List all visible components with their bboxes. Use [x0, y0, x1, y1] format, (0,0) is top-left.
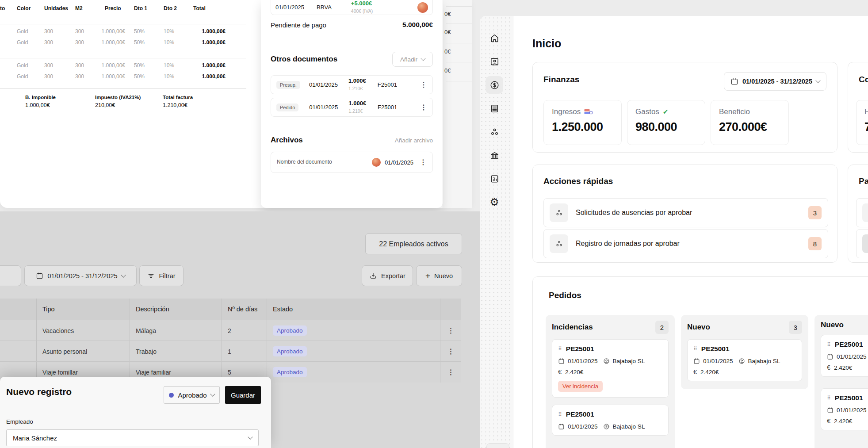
chevron-down-icon: [248, 434, 252, 439]
order-card[interactable]: ⠿ PE25001 01/01/2025 Bajabajo SL € 2.420…: [687, 339, 802, 381]
sidebar-bottom-button[interactable]: [486, 443, 509, 448]
export-button[interactable]: Exportar: [362, 265, 413, 286]
sidebar-item-contacts[interactable]: [486, 53, 503, 70]
peek-amount: 0€: [444, 29, 451, 35]
invoice-col-partial: to: [0, 5, 5, 11]
cell-dto1: 50%: [134, 28, 145, 34]
payment-drawer: 01/01/2025 BBVA +5.000€ 400€ (IVA) Pendi…: [261, 0, 443, 208]
partial-stat: H 7: [856, 100, 868, 145]
drag-handle-icon[interactable]: ⠿: [827, 341, 831, 348]
document-row[interactable]: Presup. 01/01/2025 1.000€ 1.210€ F25001 …: [271, 75, 433, 94]
count-badge: 8: [808, 237, 822, 250]
background-amount-list: 0€ 0€ 0€ 0€: [443, 0, 472, 208]
kebab-menu-icon[interactable]: ⋮: [420, 104, 427, 111]
contact-card-icon: [489, 57, 500, 67]
status-dot: [169, 393, 174, 398]
save-button[interactable]: Guardar: [225, 386, 261, 404]
calendar-icon: [36, 272, 43, 280]
calendar-icon: [558, 423, 565, 430]
kebab-menu-icon[interactable]: ⋮: [420, 159, 427, 166]
column-name: Nuevo: [687, 323, 710, 332]
order-card[interactable]: ⠿ PE25001 01/01/2025 € 2.420€: [821, 335, 868, 377]
quick-actions-title: Acciones rápidas: [543, 176, 613, 186]
cell-dias: 1: [222, 341, 267, 362]
incident-badge[interactable]: Ver incidencia: [558, 381, 603, 392]
divider: [446, 23, 472, 23]
file-name[interactable]: Nombre del documento: [277, 159, 332, 166]
doc-type-chip: Presup.: [276, 81, 300, 89]
drag-handle-icon[interactable]: ⠿: [558, 411, 562, 417]
status-badge: Aprobado: [273, 346, 307, 356]
dollar-circle-icon: [489, 80, 500, 90]
order-card[interactable]: ⠿ PE25001 01/01/2025 € 2.420€: [821, 388, 868, 430]
stat-label: Gastos: [635, 107, 659, 116]
cell-m2: 300: [75, 39, 84, 46]
sidebar-item-settings[interactable]: ⚙: [486, 193, 503, 211]
order-card[interactable]: ⠿ PE25001 01/01/2025 Bajabajo SL € 2.420…: [552, 339, 669, 398]
cut-button[interactable]: [0, 265, 21, 286]
file-row[interactable]: Nombre del documento 01/01/2025 ⋮: [271, 152, 433, 173]
order-id: PE25001: [835, 394, 863, 402]
cell-actions: ⋮: [440, 362, 461, 383]
avatar[interactable]: [417, 2, 428, 13]
new-button[interactable]: + Nuevo: [416, 265, 462, 286]
euro-icon: €: [693, 368, 697, 375]
cell-dto2: 10%: [164, 73, 174, 80]
kebab-menu-icon[interactable]: ⋮: [447, 369, 455, 376]
status-select[interactable]: Aprobado: [164, 386, 220, 404]
movement-date: 01/01/2025: [275, 4, 304, 11]
order-id: PE25001: [566, 345, 594, 353]
drag-handle-icon[interactable]: ⠿: [827, 395, 831, 401]
quick-action-label: Registro de jornadas por aprobar: [576, 240, 680, 248]
kanban-column-nuevo-1: Nuevo 3 ⠿ PE25001 01/01/2025 Bajabajo SL…: [681, 315, 808, 389]
finance-date-label: 01/01/2025 - 31/12/2025: [742, 78, 812, 85]
avatar: [372, 158, 381, 167]
divider: [0, 193, 246, 193]
order-date: 01/01/2025: [568, 358, 598, 364]
screen: to Color Unidades M2 Precio Dto 1 Dto 2 …: [0, 0, 868, 448]
quick-action-absences[interactable]: Solicitudes de ausencias por aprobar 3: [543, 198, 828, 227]
date-range-picker[interactable]: 01/01/2025 - 31/12/2025: [24, 265, 137, 286]
partial-card-title: Co: [859, 75, 868, 84]
cell-m2: 300: [75, 62, 84, 69]
gear-icon: ⚙: [489, 197, 499, 207]
sidebar-item-documents[interactable]: [486, 100, 503, 117]
divider: [271, 44, 433, 44]
peek-amount: 0€: [444, 48, 451, 55]
stat-label: Beneficio: [719, 107, 750, 116]
filter-label: Filtrar: [159, 272, 175, 280]
add-file-button[interactable]: Añadir archivo: [395, 137, 433, 144]
calendar-icon: [730, 77, 738, 85]
order-id: PE25001: [566, 410, 594, 418]
sidebar-item-bank[interactable]: [486, 146, 503, 164]
chevron-down-icon: [210, 391, 215, 396]
stat-value: 1.250.000: [552, 120, 613, 134]
sidebar-item-home[interactable]: [486, 29, 503, 47]
files-title: Archivos: [271, 136, 303, 145]
column-count: 3: [789, 321, 802, 334]
partial-row[interactable]: [856, 198, 868, 227]
kebab-menu-icon[interactable]: ⋮: [420, 81, 427, 88]
kebab-menu-icon[interactable]: ⋮: [447, 327, 455, 334]
sidebar-item-finance[interactable]: [486, 76, 503, 94]
document-row[interactable]: Pedido 01/01/2025 1.000€ 1.210€ F25001 ⋮: [271, 98, 433, 117]
calendar-icon: [827, 407, 834, 414]
partial-row[interactable]: [856, 229, 868, 258]
sidebar-item-workflow[interactable]: [486, 123, 503, 141]
finance-date-picker[interactable]: 01/01/2025 - 31/12/2025: [724, 72, 826, 91]
table-row[interactable]: Vacaciones Málaga 2 Aprobado ⋮: [0, 320, 461, 341]
cell-units: 300: [44, 28, 53, 34]
order-card[interactable]: ⠿ PE25001 01/01/2025 Bajabajo SL: [552, 405, 669, 436]
kebab-menu-icon[interactable]: ⋮: [447, 348, 455, 355]
bank-movement-row[interactable]: 01/01/2025 BBVA +5.000€ 400€ (IVA): [271, 0, 433, 15]
divider: [446, 81, 472, 81]
filter-button[interactable]: Filtrar: [139, 265, 184, 286]
quick-actions-card: Acciones rápidas Solicitudes de ausencia…: [532, 165, 837, 263]
quick-action-worklogs[interactable]: Registro de jornadas por aprobar 8: [543, 229, 828, 258]
drag-handle-icon[interactable]: ⠿: [558, 346, 562, 352]
table-row[interactable]: Asunto personal Trabajo 1 Aprobado ⋮: [0, 341, 461, 362]
employee-select[interactable]: Maria Sánchez: [6, 429, 259, 446]
add-document-button[interactable]: Añadir: [392, 52, 433, 67]
drag-handle-icon[interactable]: ⠿: [693, 346, 697, 352]
sidebar-item-reports[interactable]: [486, 170, 503, 188]
